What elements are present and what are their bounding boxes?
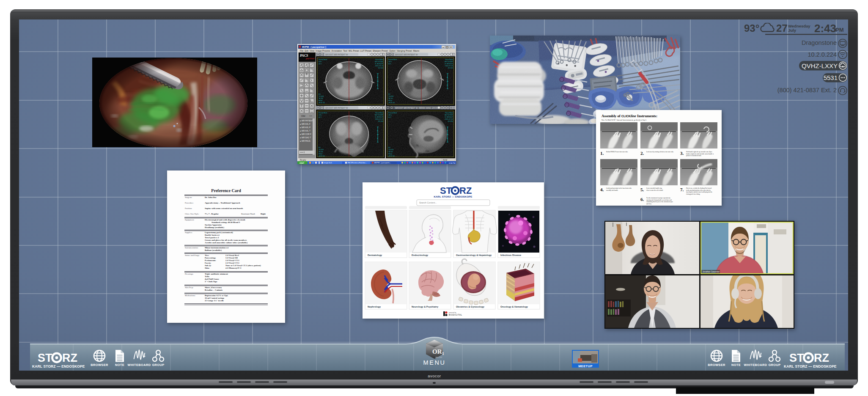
svg-text:XX 5XX: XX 5XX [378,67,383,69]
svg-text:Neurology & Psychiatry: Neurology & Psychiatry [412,305,439,308]
svg-text:dx h: dx h [319,63,321,65]
svg-text:Dermatology: Dermatology [368,254,382,256]
svg-text:ST: ST [38,352,52,364]
svg-text:NUM: NUM [443,159,447,161]
svg-text:and close.: and close. [646,203,652,205]
svg-text:WHITEBOARD: WHITEBOARD [128,363,151,367]
svg-text:● MR SAG T: ● MR SAG T [300,137,311,139]
svg-text:Endocrinology: Endocrinology [412,254,429,256]
svg-text:parallel to instrument shaft.: parallel to instrument shaft. [686,155,701,157]
svg-text:magicJack: magicJack [324,162,332,164]
svg-text:● MR AXL P: ● MR AXL P [300,126,310,129]
svg-text:1.: 1. [600,151,604,156]
svg-text:July: July [788,28,797,33]
svg-text:27: 27 [776,23,788,34]
svg-text:GROUP: GROUP [152,363,164,367]
svg-text:● MR COR F: ● MR COR F [300,133,311,135]
svg-text:Nephrology: Nephrology [368,305,381,308]
svg-text:MVPW - [ pacspartner ]: MVPW - [ pacspartner ] [302,46,326,48]
svg-text:Gastroenterology & Hepatology: Gastroenterology & Hepatology [456,254,492,256]
svg-text:>>: >> [309,115,313,117]
svg-text:close to outer the self to han: close to outer the self to hand. [646,190,663,191]
svg-text:xFOV XX: xFOV XX [319,102,325,104]
svg-text:closing port's luer fitting.: closing port's luer fitting. [686,193,700,195]
svg-text:PM: PM [835,27,844,33]
svg-text:Ready: Ready [300,159,306,161]
svg-text:Gently push proximal end of in: Gently push proximal end of insert/outer… [606,187,632,189]
svg-text:Rxtxd Mxtxt: Rxtxd Mxtxt [375,59,383,60]
svg-text:partner: partner [305,57,315,60]
svg-text:Oncology & Hematology: Oncology & Hematology [500,305,528,308]
svg-text:● MR AXL F: ● MR AXL F [300,123,310,125]
svg-text:● MR AXL T: ● MR AXL T [300,130,310,132]
svg-text:MVPW - [ pacspartn...: MVPW - [ pacspartn... [374,162,391,164]
svg-text:Rollind INRRAY insert into out: Rollind INRRAY insert into outer tube. [606,151,628,153]
svg-text:ST: ST [789,352,804,364]
svg-text:RZ: RZ [459,185,472,196]
svg-text:KARL STORZ: KARL STORZ [435,357,442,358]
svg-text:10.2.0.224: 10.2.0.224 [808,51,837,58]
svg-text:Obstetrics & Gynecology: Obstetrics & Gynecology [456,305,485,308]
svg-text:assembly into handle.: assembly into handle. [606,190,618,191]
svg-text:start: start [299,162,304,164]
svg-text:5.: 5. [640,187,644,192]
svg-text:2:43: 2:43 [814,23,836,35]
svg-text:avocor: avocor [428,374,441,378]
svg-text:2:56 PM: 2:56 PM [449,162,456,164]
svg-text:6.: 6. [640,197,644,202]
svg-text:opening and closing handle sev: opening and closing handle several times… [646,199,672,201]
svg-text:ST: ST [440,185,452,196]
svg-text:LtE x: LtE x [319,61,322,63]
svg-text:FX: FX [319,94,321,95]
svg-text:WXXXXT MR PATIENT W: WXXXXT MR PATIENT W [395,54,418,56]
svg-text:KARL STORZ — ENDOSKOPE: KARL STORZ — ENDOSKOPE [32,364,85,368]
svg-text:KARL STORZ — ENDOSKOPE: KARL STORZ — ENDOSKOPE [434,195,472,198]
svg-text:(800) 421-0837 Ext. 2: (800) 421-0837 Ext. 2 [777,87,837,94]
svg-text:handle completely until movabl: handle completely until movable arm at h… [686,153,714,155]
svg-text:QVHZ-LXXY: QVHZ-LXXY [802,62,838,69]
svg-text:on the proximal portion of the: on the proximal portion of the outer tub… [686,190,711,191]
svg-text:Test the instrument for proper: Test the instrument for proper operation… [646,197,670,199]
svg-text:WXXXXT MR PATIENT W: WXXXXT MR PATIENT W [325,54,348,56]
svg-text:inserting the attached outer/s: inserting the attached outer/sealth plug… [686,191,712,193]
svg-text:MENU: MENU [423,359,445,366]
svg-text:7.: 7. [680,187,684,192]
svg-text:Infectious Disease: Infectious Disease [500,254,521,256]
svg-text:KARL STORZ — ENDOSKOPE: KARL STORZ — ENDOSKOPE [784,364,837,368]
svg-text:File Edit View Image Proces: File Edit View Image Process Annotation … [300,50,419,52]
svg-text:TE XX: TE XX [319,98,323,99]
svg-text:PACSPartner-vRad.doc...: PACSPartner-vRad.doc... [348,162,367,164]
svg-text:NOTE: NOTE [115,363,124,367]
svg-text:5531: 5531 [824,74,838,81]
svg-text:BIODIGITAL: BIODIGITAL [449,314,462,316]
svg-text:WXXXXT MR PATIENT W: WXXXXT MR PATIENT W [325,107,348,109]
svg-text:confirming that the jaws of th: confirming that the jaws of the instrume… [646,201,673,203]
svg-text:3.: 3. [680,151,684,156]
svg-text:Old: Old [301,115,305,117]
svg-text:● MR PACS: ● MR PACS [300,140,310,142]
svg-text:RZ: RZ [62,352,77,364]
svg-text:Dragonstone: Dragonstone [802,39,837,46]
svg-text:Jonathan Carpenter: Jonathan Carpenter [703,271,720,273]
svg-text:Xr WXXXXT: Xr WXXXXT [375,63,384,65]
svg-text:BROWSER: BROWSER [91,363,108,367]
svg-text:● MR PATIENT: ● MR PATIENT [300,120,313,122]
svg-text:HXxd: HXxd [319,100,322,102]
svg-text:RZ: RZ [814,352,829,364]
svg-text:93°: 93° [744,23,759,34]
svg-text:MX PxTXNT: MX PxTXNT [375,61,384,63]
svg-text:Hold handle right side up; mov: Hold handle right side up; movable arm. … [686,151,712,153]
svg-text:Rxxtxd Mxtxt: Rxxtxd Mxtxt [319,59,327,60]
svg-text:Lock insert by rotating clockw: Lock insert by rotating clockwise into o… [646,151,674,153]
svg-text:Assembly of CLICKline Instrume: Assembly of CLICKline Instruments: [602,114,657,118]
svg-text:2.: 2. [640,151,644,156]
svg-text:TX 4XX: TX 4XX [319,96,324,97]
svg-text:MEETUP: MEETUP [578,364,593,368]
svg-text:2XX1.X7.2X: 2XX1.X7.2X [375,65,383,67]
svg-text:4.: 4. [600,187,604,192]
svg-text:Search Content...: Search Content... [419,201,437,204]
